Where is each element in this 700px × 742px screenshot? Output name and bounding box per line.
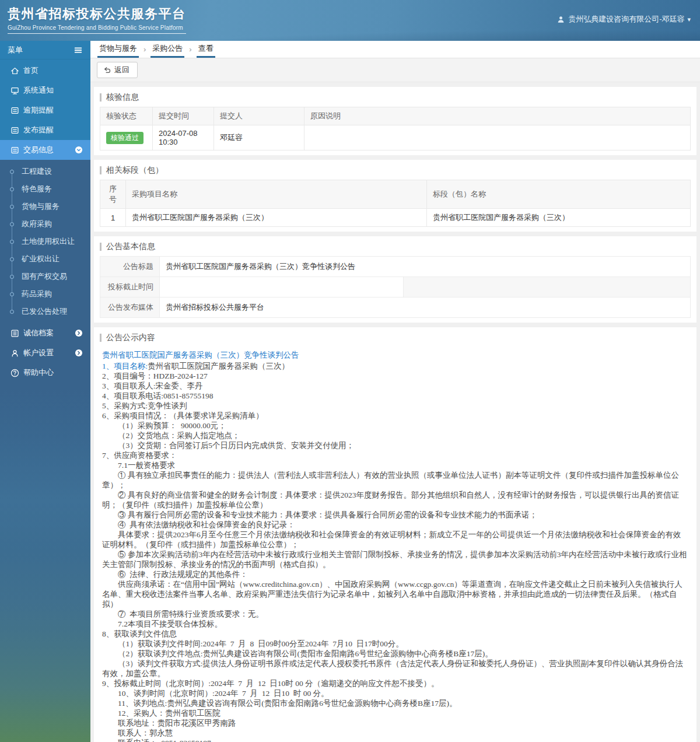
announcement-line: ① 具有独立承担民事责任的能力：提供法人（营利法人或非营利法人）有效的营业执照（…: [102, 470, 688, 490]
caret-down-icon: ▾: [687, 16, 691, 23]
table-header-cell: 提交人: [214, 107, 304, 125]
announcement-line: 6、采购项目情况：（具体要求详见采购清单）: [102, 411, 688, 421]
announcement-line: 供应商须承诺：在“信用中国”网站（www.creditchina.gov.cn）…: [102, 579, 688, 609]
sidebar-subitem[interactable]: 已发公告处理: [0, 303, 90, 320]
table-cell-person: 邓廷容: [214, 125, 304, 150]
section-title-basic-info: 公告基本信息: [100, 239, 691, 256]
info-value: [160, 277, 690, 297]
info-row: 公告标题贵州省职工医院国产服务器采购（三次）竞争性谈判公告: [100, 257, 691, 277]
announcement-line: 1、项目名称:贵州省职工医院国产服务器采购（三次）: [102, 361, 688, 371]
announcement-line: 4、项目联系电话:0851-85755198: [102, 391, 688, 401]
menu-label: 菜单: [8, 45, 23, 55]
announcement-line: ⑥ 法律、行政法规规定的其他条件：: [102, 569, 688, 579]
sidebar-item[interactable]: 首页: [0, 61, 90, 80]
table-header-cell: 原因说明: [304, 107, 691, 125]
sidebar-subitem[interactable]: 政府采购: [0, 215, 90, 233]
sidebar-subitem[interactable]: 货物与服务: [0, 198, 90, 215]
breadcrumb-item[interactable]: 采购公告: [150, 40, 184, 58]
sidebar-subitem[interactable]: 工程建设: [0, 163, 90, 180]
back-label: 返回: [114, 65, 130, 75]
chevron-right-circle-icon[interactable]: [74, 328, 83, 338]
announcement-line: 9、投标截止时间（北京时间）:2024年 7 月 12 日10时 00 分（逾期…: [102, 678, 688, 688]
user-menu[interactable]: 贵州弘典建设咨询有限公司-邓廷容 ▾: [556, 14, 691, 24]
doc-card-icon: [10, 125, 20, 135]
breadcrumb-item[interactable]: 查看: [197, 40, 215, 58]
section-title-verification: 核验信息: [100, 89, 691, 107]
related-table: 序号采购项目名称标段（包）名称 1贵州省职工医院国产服务器采购（三次）贵州省职工…: [100, 180, 691, 227]
announcement-line: （1）获取谈判文件时间:2024年 7 月 8 日09时00分至2024年 7月…: [102, 639, 688, 649]
hamburger-icon[interactable]: [74, 46, 83, 55]
announcement-section: 公告公示内容 贵州省职工医院国产服务器采购（三次）竞争性谈判公告 1、项目名称:…: [94, 327, 696, 742]
sidebar-subitem[interactable]: 药品采购: [0, 285, 90, 303]
empty-value-cell: [160, 277, 404, 297]
announcement-line: （2）获取谈判文件地点:贵州弘典建设咨询有限公司(贵阳市金阳南路6号世纪金源购物…: [102, 649, 688, 659]
table-header-cell: 提交时间: [153, 107, 214, 125]
announcement-line: 12、采购人：贵州省职工医院: [102, 708, 688, 718]
announcement-line: （3）谈判文件获取方式:提供法人身份证明书原件或法定代表人授权委托书原件（含法定…: [102, 659, 688, 678]
table-cell: 贵州省职工医院国产服务器采购（三次）: [427, 209, 691, 227]
basic-info-rows: 公告标题贵州省职工医院国产服务器采购（三次）竞争性谈判公告投标截止时间公告发布媒…: [100, 256, 691, 318]
sidebar-item-label: 系统通知: [23, 85, 54, 96]
info-label: 投标截止时间: [100, 277, 160, 297]
sidebar-item[interactable]: 帮助中心: [0, 363, 90, 383]
sidebar-main-nav: 首页系统通知逾期提醒发布提醒交易信息: [0, 60, 90, 160]
sidebar: 菜单 首页系统通知逾期提醒发布提醒交易信息 工程建设特色服务货物与服务政府采购土…: [0, 41, 90, 742]
sidebar-subitem[interactable]: 国有产权交易: [0, 268, 90, 285]
announcement-line: ③ 具有履行合同所必需的设备和专业技术能力：具体要求：提供具备履行合同所必需的设…: [102, 510, 688, 520]
chevron-down-circle-icon[interactable]: [74, 145, 83, 155]
toolbar: 返回: [90, 58, 700, 82]
announcement-line-label: 1、项目名称:: [102, 362, 148, 370]
announcement-line: ② 具有良好的商业信誉和健全的财务会计制度：具体要求：提供2023年度财务报告。…: [102, 490, 688, 510]
sidebar-item[interactable]: 诚信档案: [0, 323, 90, 343]
section-title-related: 相关标段（包）: [100, 162, 691, 180]
table-header-cell: 采购项目名称: [126, 180, 427, 209]
announcement-body: 贵州省职工医院国产服务器采购（三次）竞争性谈判公告 1、项目名称:贵州省职工医院…: [100, 347, 691, 742]
doc-card-icon: [10, 106, 20, 116]
announcement-lines: 1、项目名称:贵州省职工医院国产服务器采购（三次）2、项目编号：HDZB-202…: [102, 361, 688, 742]
status-badge: 核验通过: [106, 132, 144, 144]
verification-table: 核验状态提交时间提交人原因说明 核验通过2024-07-08 10:30邓廷容: [100, 107, 691, 150]
announcement-line: 5、采购方式:竞争性谈判: [102, 401, 688, 411]
table-cell: 贵州省职工医院国产服务器采购（三次）: [126, 209, 427, 227]
announcement-line: 2、项目编号：HDZB-2024-127: [102, 371, 688, 381]
page-title: 贵州省招标投标公共服务平台: [8, 5, 186, 23]
title-bar-marker: [100, 166, 102, 174]
announcement-line: 7.2本项目不接受联合体投标。: [102, 619, 688, 629]
sidebar-menu-header[interactable]: 菜单: [0, 41, 90, 60]
sidebar-submenu: 工程建设特色服务货物与服务政府采购土地使用权出让矿业权出让国有产权交易药品采购已…: [0, 160, 90, 322]
announcement-line: （2）交货地点：采购人指定地点；: [102, 430, 688, 440]
table-header-cell: 核验状态: [100, 107, 153, 125]
chevron-right-circle-icon[interactable]: [74, 348, 83, 358]
sidebar-subitem[interactable]: 特色服务: [0, 180, 90, 198]
sidebar-item[interactable]: 发布提醒: [0, 120, 90, 140]
sidebar-item[interactable]: 交易信息: [0, 140, 90, 160]
announcement-line: （1）采购预算： 90000.00元；: [102, 421, 688, 430]
platform-subtitle: GuiZhou Province Tendering and Bidding P…: [8, 24, 186, 31]
announcement-line: ⑦ 本项目所需特殊行业资质或要求：无。: [102, 609, 688, 619]
announcement-line: 7、供应商资格要求：: [102, 450, 688, 460]
sidebar-item-label: 帮助中心: [23, 368, 54, 378]
sidebar-item[interactable]: 逾期提醒: [0, 100, 90, 120]
main-content: 货物与服务›采购公告›查看 返回 核验信息 核验状态提交时间提交人原因说明: [90, 41, 700, 742]
user-avatar-icon: [556, 15, 565, 24]
sidebar-item[interactable]: 系统通知: [0, 80, 90, 100]
title-bar-marker: [100, 93, 102, 102]
breadcrumb-item[interactable]: 货物与服务: [97, 40, 139, 58]
section-title-announcement: 公告公示内容: [100, 330, 691, 347]
user-icon: [10, 348, 20, 358]
table-cell-reason: [304, 125, 691, 150]
sidebar-item-label: 首页: [23, 65, 38, 76]
sidebar-subitem[interactable]: 土地使用权出让: [0, 233, 90, 250]
announcement-line: ④ 具有依法缴纳税收和社会保障资金的良好记录：: [102, 520, 688, 530]
table-cell-time: 2024-07-08 10:30: [153, 125, 214, 150]
sidebar-item[interactable]: 帐户设置: [0, 343, 90, 363]
sidebar-subitem[interactable]: 矿业权出让: [0, 250, 90, 268]
info-row: 投标截止时间: [100, 277, 691, 298]
related-section: 相关标段（包） 序号采购项目名称标段（包）名称 1贵州省职工医院国产服务器采购（…: [94, 160, 696, 232]
page: 贵州省招标投标公共服务平台 GuiZhou Province Tendering…: [0, 0, 700, 742]
back-button[interactable]: 返回: [97, 62, 138, 78]
sidebar-item-label: 诚信档案: [23, 328, 54, 338]
table-header-row: 序号采购项目名称标段（包）名称: [100, 180, 691, 209]
table-row: 核验通过2024-07-08 10:30邓廷容: [100, 125, 691, 150]
info-value: 贵州省职工医院国产服务器采购（三次）竞争性谈判公告: [160, 257, 690, 276]
